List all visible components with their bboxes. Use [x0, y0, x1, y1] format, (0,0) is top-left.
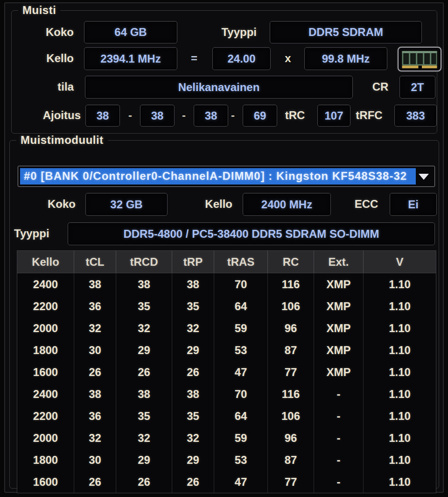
- cpu-info-memory-tab: Muisti Koko 64 GB Tyyppi DDR5 SDRAM Kell…: [0, 0, 448, 497]
- timings-table: KellotCLtRCDtRPtRASRCExt.V 2400383838701…: [17, 250, 436, 493]
- memory-type-label: Tyyppi: [201, 21, 257, 43]
- memory-base-clock-value: 99.8 MHz: [304, 47, 387, 70]
- table-header-cell: tRP: [172, 251, 214, 273]
- timings-table-body: 240038383870116XMP1.10220036353564106XMP…: [17, 273, 436, 493]
- timing-separator: -: [120, 105, 140, 126]
- command-rate-value: 2T: [399, 76, 435, 99]
- table-row: 20003232325996-1.10: [17, 427, 436, 449]
- table-row: 18003029295387-1.10: [17, 449, 436, 471]
- command-rate-label: CR: [368, 76, 393, 98]
- memory-type-value: DDR5 SDRAM: [270, 21, 422, 43]
- table-cell: 116: [268, 273, 314, 296]
- table-cell: 106: [268, 295, 314, 317]
- table-cell: 1.10: [364, 383, 436, 405]
- table-cell: 38: [74, 273, 116, 296]
- table-header-cell: tRCD: [116, 251, 172, 273]
- table-cell: 32: [172, 427, 214, 449]
- module-selector-dropdown[interactable]: #0 [BANK 0/Controller0-ChannelA-DIMM0] :…: [18, 166, 435, 187]
- table-header-cell: RC: [268, 251, 314, 273]
- table-cell: XMP: [314, 339, 364, 361]
- table-cell: -: [314, 383, 364, 405]
- table-row: 220036353564106XMP1.10: [17, 295, 436, 317]
- table-cell: 1.10: [364, 405, 436, 427]
- table-cell: 29: [116, 339, 172, 361]
- table-cell: 87: [268, 339, 314, 361]
- module-selector-selected-option: #0 [BANK 0/Controller0-ChannelA-DIMM0] :…: [20, 168, 416, 185]
- table-cell: 70: [214, 273, 268, 296]
- memory-mode-label: tila: [19, 76, 74, 98]
- table-cell: 59: [214, 427, 268, 449]
- table-cell: 106: [268, 405, 314, 427]
- table-cell: 32: [116, 427, 172, 449]
- trfc-label: tRFC: [351, 105, 387, 126]
- table-cell: 64: [214, 405, 268, 427]
- memory-multiplier-value: 24.00: [212, 47, 271, 70]
- table-cell: 1.10: [364, 273, 436, 296]
- ram-module-button[interactable]: [398, 47, 441, 71]
- table-cell: 35: [172, 405, 214, 427]
- table-cell: 32: [172, 317, 214, 339]
- table-cell: 1800: [17, 339, 74, 361]
- table-cell: 96: [268, 317, 314, 339]
- memory-timings-label: Ajoitus: [19, 105, 81, 126]
- table-cell: 35: [116, 295, 172, 317]
- module-type-label: Tyyppi: [14, 222, 65, 245]
- table-cell: 29: [172, 449, 214, 471]
- table-cell: 38: [172, 273, 214, 296]
- table-cell: 29: [116, 449, 172, 471]
- table-cell: 1.10: [364, 339, 436, 361]
- table-cell: 77: [268, 471, 314, 493]
- table-cell: 38: [172, 383, 214, 405]
- table-cell: 36: [74, 295, 116, 317]
- ram-module-icon: [401, 50, 438, 69]
- timing-tras-value: 69: [243, 105, 277, 127]
- module-clock-value: 2400 MHz: [243, 193, 331, 216]
- table-cell: 26: [172, 361, 214, 383]
- memory-size-label: Koko: [19, 21, 74, 43]
- table-header-cell: Kello: [17, 251, 74, 273]
- table-cell: 53: [214, 339, 268, 361]
- table-cell: -: [314, 471, 364, 493]
- table-cell: 32: [116, 317, 172, 339]
- table-header-cell: tCL: [74, 251, 116, 273]
- module-type-value: DDR5-4800 / PC5-38400 DDR5 SDRAM SO-DIMM: [68, 222, 435, 245]
- table-cell: 26: [116, 361, 172, 383]
- timing-separator: -: [174, 105, 194, 126]
- table-cell: 2400: [17, 383, 74, 405]
- table-cell: XMP: [314, 295, 364, 317]
- table-cell: 38: [116, 383, 172, 405]
- table-cell: -: [314, 449, 364, 471]
- table-row: 16002626264777-1.10: [17, 471, 436, 493]
- table-header-row: KellotCLtRCDtRPtRASRCExt.V: [17, 251, 436, 273]
- table-cell: 1.10: [364, 471, 436, 493]
- table-cell: 116: [268, 383, 314, 405]
- table-cell: 96: [268, 427, 314, 449]
- table-cell: 2000: [17, 427, 74, 449]
- table-cell: 32: [74, 317, 116, 339]
- table-cell: 2400: [17, 273, 74, 296]
- trfc-value: 383: [394, 105, 437, 127]
- table-cell: 26: [172, 471, 214, 493]
- table-cell: 26: [74, 471, 116, 493]
- memory-mode-value: Nelikanavainen: [85, 76, 353, 99]
- table-cell: 1600: [17, 361, 74, 383]
- module-ecc-value: Ei: [390, 193, 437, 216]
- table-header-cell: V: [364, 251, 436, 273]
- timing-tcl-value: 38: [85, 105, 120, 127]
- table-cell: 35: [172, 295, 214, 317]
- table-cell: 26: [116, 471, 172, 493]
- table-cell: 2200: [17, 405, 74, 427]
- table-cell: -: [314, 427, 364, 449]
- chevron-down-icon[interactable]: [419, 174, 429, 180]
- table-cell: 53: [214, 449, 268, 471]
- memory-size-value: 64 GB: [84, 21, 177, 43]
- table-cell: 59: [214, 317, 268, 339]
- timing-separator: -: [223, 105, 243, 126]
- trc-value: 107: [317, 105, 350, 127]
- trc-label: tRC: [280, 105, 310, 126]
- table-cell: 1.10: [364, 361, 436, 383]
- table-cell: 2000: [17, 317, 74, 339]
- table-cell: 2200: [17, 295, 74, 317]
- table-row: 240038383870116XMP1.10: [17, 273, 436, 296]
- table-cell: 26: [74, 361, 116, 383]
